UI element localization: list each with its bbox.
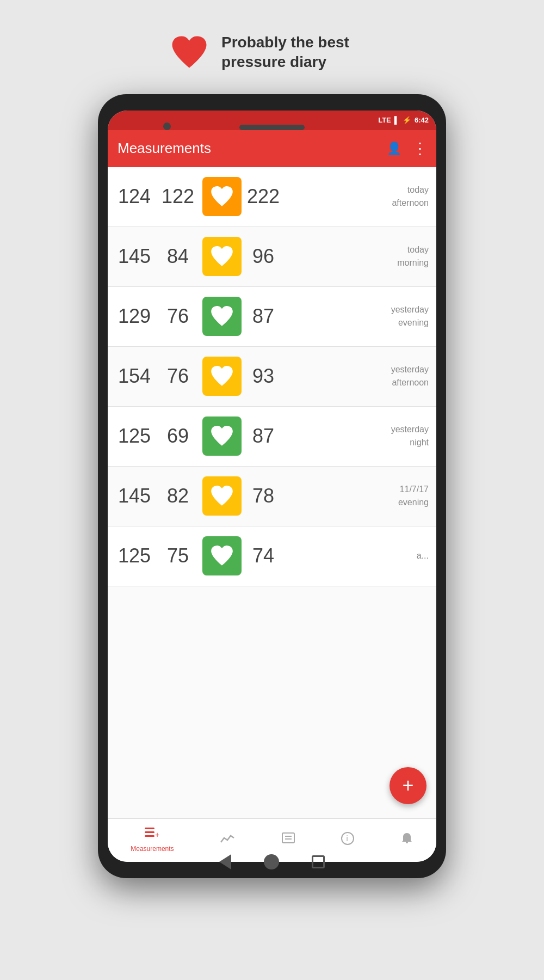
pulse-value: 96	[247, 245, 280, 268]
lte-indicator: LTE	[378, 116, 391, 124]
pulse-value: 87	[247, 305, 280, 328]
app-title: Measurements	[118, 140, 387, 157]
table-row[interactable]: 124 122 222 today afternoon	[108, 167, 436, 227]
notes-nav-icon	[281, 832, 295, 848]
measurements-list: 124 122 222 today afternoon 145 84 96 to…	[108, 167, 436, 818]
svg-rect-9	[406, 842, 408, 843]
diastolic-value: 75	[159, 544, 197, 567]
fab-add-button[interactable]: +	[390, 767, 426, 804]
nav-chart[interactable]	[220, 832, 235, 848]
phone-nav-buttons	[219, 854, 325, 869]
svg-text:+: +	[155, 830, 159, 839]
systolic-value: 145	[115, 245, 153, 268]
heart-badge	[202, 237, 242, 276]
time-label: a...	[285, 549, 429, 562]
time-label: yesterday afternoon	[285, 363, 429, 389]
chart-nav-icon	[220, 832, 235, 848]
heart-badge	[202, 416, 242, 456]
phone-speaker	[239, 125, 305, 130]
time-label: today morning	[285, 243, 429, 270]
systolic-value: 145	[115, 485, 153, 507]
top-banner: Probably the best pressure diary	[170, 33, 374, 72]
svg-rect-4	[282, 833, 294, 843]
diastolic-value: 76	[159, 305, 197, 328]
table-row[interactable]: 125 69 87 yesterday night	[108, 407, 436, 467]
time-label: yesterday night	[285, 423, 429, 449]
diastolic-value: 69	[159, 425, 197, 448]
app-bar: Measurements 👤 ⋮	[108, 130, 436, 167]
time-label: 11/7/17 evening	[285, 483, 429, 509]
phone-camera	[163, 122, 171, 130]
nav-info[interactable]: i	[341, 832, 354, 848]
measurements-nav-icon: +	[145, 828, 160, 843]
phone-frame: LTE ▌ ⚡ 6:42 Measurements 👤 ⋮ 124 122 22…	[98, 94, 446, 878]
heart-badge	[202, 536, 242, 575]
battery-icon: ⚡	[403, 116, 411, 124]
systolic-value: 124	[115, 185, 153, 208]
table-row[interactable]: 154 76 93 yesterday afternoon	[108, 347, 436, 407]
profile-button[interactable]: 👤	[387, 142, 401, 156]
pulse-value: 78	[247, 485, 280, 507]
pulse-value: 93	[247, 365, 280, 388]
pulse-value: 87	[247, 425, 280, 448]
diastolic-value: 82	[159, 485, 197, 507]
table-row[interactable]: 125 75 74 a...	[108, 526, 436, 586]
measurements-nav-label: Measurements	[131, 845, 174, 853]
svg-rect-0	[145, 828, 154, 829]
heart-badge	[202, 476, 242, 516]
heart-badge	[202, 177, 242, 216]
pulse-value: 74	[247, 544, 280, 567]
nav-bell[interactable]	[400, 832, 413, 848]
heart-badge	[202, 297, 242, 336]
back-button[interactable]	[219, 854, 231, 869]
home-button[interactable]	[264, 854, 279, 869]
systolic-value: 125	[115, 544, 153, 567]
nav-notes[interactable]	[281, 832, 295, 848]
time-label: yesterday evening	[285, 303, 429, 329]
systolic-value: 125	[115, 425, 153, 448]
app-bar-icons: 👤 ⋮	[387, 139, 426, 157]
diastolic-value: 84	[159, 245, 197, 268]
heart-badge	[202, 357, 242, 396]
svg-text:i: i	[347, 834, 348, 843]
tagline: Probably the best pressure diary	[221, 33, 374, 72]
table-row[interactable]: 129 76 87 yesterday evening	[108, 287, 436, 347]
diastolic-value: 122	[159, 185, 197, 208]
nav-measurements[interactable]: + Measurements	[131, 828, 174, 853]
systolic-value: 154	[115, 365, 153, 388]
recents-button[interactable]	[312, 855, 325, 868]
pulse-value: 222	[247, 185, 280, 208]
diastolic-value: 76	[159, 365, 197, 388]
fab-plus-icon: +	[402, 776, 413, 795]
systolic-value: 129	[115, 305, 153, 328]
signal-icon: ▌	[394, 116, 399, 124]
more-button[interactable]: ⋮	[412, 139, 426, 157]
heart-logo	[170, 35, 208, 70]
clock: 6:42	[415, 116, 429, 124]
phone-screen: LTE ▌ ⚡ 6:42 Measurements 👤 ⋮ 124 122 22…	[108, 111, 436, 862]
time-label: today afternoon	[285, 183, 429, 210]
svg-rect-1	[145, 831, 154, 833]
svg-rect-2	[145, 835, 154, 837]
table-row[interactable]: 145 82 78 11/7/17 evening	[108, 467, 436, 526]
info-nav-icon: i	[341, 832, 354, 848]
bell-nav-icon	[400, 832, 413, 848]
table-row[interactable]: 145 84 96 today morning	[108, 227, 436, 287]
